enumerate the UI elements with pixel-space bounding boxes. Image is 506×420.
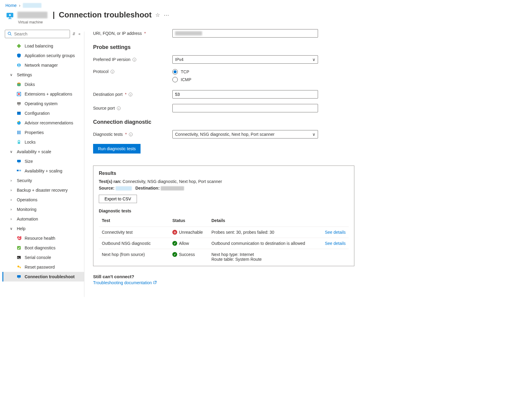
info-icon[interactable]: i [117, 106, 121, 110]
sidebar-item-configuration[interactable]: Configuration [2, 108, 84, 118]
dest-label: Destination: [135, 186, 160, 190]
ipversion-select[interactable]: IPv4 ∨ [172, 55, 318, 64]
footer-link[interactable]: Troubleshooting documentation [93, 280, 500, 285]
sidebar-item-network-manager[interactable]: Network manager [2, 60, 84, 70]
uri-input[interactable] [172, 29, 318, 38]
svg-rect-15 [17, 112, 21, 112]
breadcrumb-home[interactable]: Home [5, 3, 17, 8]
main-content: URI, FQDN, or IP address* Probe settings… [84, 26, 506, 297]
protocol-radio-tcp[interactable]: TCP [172, 69, 318, 75]
sidebar-item-locks[interactable]: Locks [2, 137, 84, 147]
collapse-sidebar-icon[interactable]: « [78, 31, 81, 37]
scaling-icon [16, 168, 22, 174]
sidebar-item-os[interactable]: Operating system [2, 99, 84, 108]
tests-label: Diagnostic tests* i [93, 132, 172, 137]
info-icon[interactable]: i [132, 57, 136, 62]
console-icon [16, 255, 22, 260]
disks-icon [16, 82, 22, 87]
svg-rect-22 [17, 160, 21, 162]
sidebar-section-monitoring[interactable]: ›Monitoring [2, 205, 84, 214]
info-icon[interactable]: i [129, 132, 133, 136]
svg-rect-12 [17, 102, 21, 105]
run-diagnostic-button[interactable]: Run diagnostic tests [93, 144, 141, 154]
uri-label: URI, FQDN, or IP address* [93, 31, 172, 36]
see-details-link[interactable]: See details [322, 238, 349, 249]
sidebar-item-boot-diag[interactable]: Boot diagnostics [2, 243, 84, 253]
sidebar-item-extensions[interactable]: Extensions + applications [2, 89, 84, 99]
svg-text:i: i [112, 70, 113, 73]
sidebar-item-connection-troubleshoot[interactable]: Connection troubleshoot [2, 272, 84, 282]
sidebar-section-backup[interactable]: ›Backup + disaster recovery [2, 185, 84, 195]
test-name: Connectivity test [99, 227, 169, 238]
sidebar-section-security[interactable]: ›Security [2, 176, 84, 185]
sidebar-item-avail-scaling[interactable]: Availability + scaling [2, 166, 84, 176]
info-icon[interactable]: i [110, 69, 114, 74]
table-row: Next hop (from source)✓SuccessNext hop t… [99, 249, 349, 265]
sidebar-section-operations[interactable]: ›Operations [2, 195, 84, 205]
dest-value [161, 186, 184, 190]
sport-input[interactable] [172, 104, 318, 112]
radio-icon [172, 69, 178, 75]
svg-text:i: i [134, 58, 135, 61]
export-csv-button[interactable]: Export to CSV [99, 195, 137, 203]
sidebar-item-serial-console[interactable]: Serial console [2, 253, 84, 262]
details-text: Next hop type: InternetRoute table: Syst… [208, 249, 322, 265]
results-card: Results Test(s) ran: Connectivity, NSG d… [93, 166, 354, 266]
svg-rect-2 [8, 18, 11, 19]
sidebar-item-reset-password[interactable]: Reset password [2, 262, 84, 272]
status-badge: ✓Allow [172, 241, 205, 246]
vm-icon [5, 11, 14, 20]
info-icon[interactable]: i [129, 92, 133, 96]
chevron-right-icon: › [9, 217, 13, 221]
svg-rect-26 [17, 246, 21, 250]
shield-icon [16, 53, 22, 58]
search-icon [8, 32, 12, 37]
protocol-radio-icmp[interactable]: ICMP [172, 77, 318, 82]
status-icon: ✓ [172, 241, 177, 246]
status-icon: ⦸ [172, 230, 177, 235]
lock-icon [16, 139, 22, 145]
svg-rect-14 [17, 112, 21, 115]
see-details-link[interactable]: See details [322, 227, 349, 238]
sidebar-item-advisor[interactable]: Advisor recommendations [2, 118, 84, 128]
advisor-icon [16, 120, 22, 126]
diag-table: Test Status Details Connectivity test⦸Un… [99, 215, 349, 265]
chevron-right-icon: › [19, 3, 20, 8]
sidebar-item-resource-health[interactable]: Resource health [2, 233, 84, 243]
status-badge: ⦸Unreachable [172, 230, 205, 235]
details-text: Outbound communication to destination is… [208, 238, 322, 249]
tests-ran-value: Connectivity, NSG diagnostic, Next hop, … [123, 179, 222, 184]
chevron-right-icon: › [9, 207, 13, 212]
favorite-icon[interactable]: ☆ [155, 12, 160, 18]
sidebar-section-availability[interactable]: ∨ Availability + scale [2, 147, 84, 157]
search-input[interactable] [14, 31, 67, 37]
sidebar-item-properties[interactable]: Properties [2, 128, 84, 137]
more-icon[interactable]: ⋯ [164, 12, 169, 18]
tests-select[interactable]: Connectivity, NSG diagnostic, Next hop, … [172, 130, 318, 138]
sidebar-section-automation[interactable]: ›Automation [2, 214, 84, 224]
sidebar-item-asg[interactable]: Application security groups [2, 51, 84, 60]
svg-line-5 [11, 34, 12, 35]
col-details: Details [208, 215, 322, 227]
sidebar-search[interactable] [5, 30, 70, 38]
breadcrumb-current[interactable] [23, 3, 41, 8]
status-badge: ✓Success [172, 252, 205, 257]
dport-input[interactable] [172, 90, 318, 99]
sport-label: Source port i [93, 106, 172, 111]
sidebar-item-disks[interactable]: Disks [2, 80, 84, 89]
sidebar-section-help[interactable]: ∨ Help [2, 224, 84, 233]
see-details-link [322, 249, 349, 265]
svg-rect-19 [19, 131, 19, 134]
sidebar-item-size[interactable]: Size [2, 157, 84, 166]
svg-rect-21 [18, 142, 20, 144]
svg-rect-29 [19, 267, 21, 267]
sidebar-item-load-balancing[interactable]: Load balancing [2, 41, 84, 51]
results-heading: Results [99, 171, 349, 176]
sort-icon[interactable]: ⇵ [72, 31, 76, 37]
svg-rect-1 [9, 17, 11, 19]
table-row: Outbound NSG diagnostic✓AllowOutbound co… [99, 238, 349, 249]
boot-diag-icon [16, 245, 22, 251]
chevron-right-icon: › [9, 188, 13, 192]
sidebar-section-settings[interactable]: ∨ Settings [2, 70, 84, 80]
col-status: Status [169, 215, 208, 227]
